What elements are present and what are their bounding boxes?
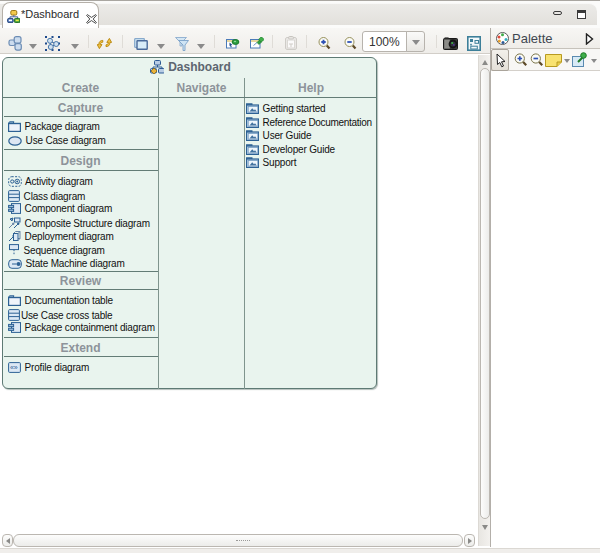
svg-text:«»: «»	[10, 364, 18, 371]
